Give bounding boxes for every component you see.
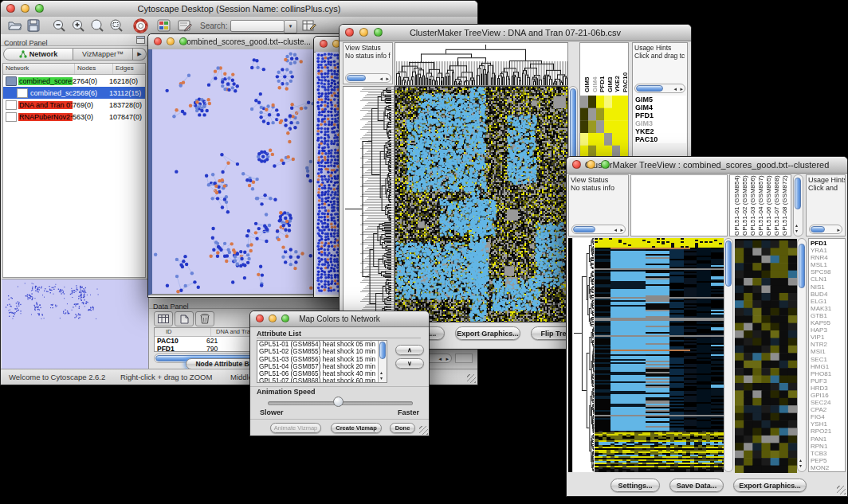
zoom-button[interactable] bbox=[35, 4, 44, 13]
search-dropdown-button[interactable]: ▾ bbox=[284, 20, 297, 33]
attribute-list-vscroll[interactable]: ▴ ▾ bbox=[378, 341, 387, 382]
gene-label[interactable]: VIP1 bbox=[811, 334, 845, 341]
main-resize-grip[interactable] bbox=[467, 374, 476, 383]
scroll-left-arrow[interactable]: ◂ bbox=[438, 355, 442, 363]
gene-label[interactable]: NIS1 bbox=[811, 283, 845, 291]
create-vizmap-button[interactable]: Create Vizmap bbox=[331, 423, 382, 433]
scroll-right-arrow[interactable]: ▸ bbox=[386, 75, 389, 83]
zoom-in-icon[interactable] bbox=[71, 19, 85, 33]
main-titlebar[interactable]: Cytoscape Desktop (Session Name: collins… bbox=[1, 1, 477, 18]
gene-label[interactable]: GPI16 bbox=[811, 392, 845, 399]
labels-vscrollbar[interactable]: ▴ ▾ bbox=[793, 174, 803, 236]
attribute-list-item[interactable]: GPL51-01 (GSM854) heat shock 05 min bbox=[257, 341, 377, 348]
zoom-vscrollbar[interactable]: ▴ ▾ bbox=[797, 238, 807, 472]
usage-hints-hscroll[interactable]: ◂ ▸ bbox=[634, 84, 685, 93]
treeview2-titlebar[interactable]: ClusterMaker TreeView : combined_scores_… bbox=[567, 157, 847, 174]
gene-label[interactable]: PUF3 bbox=[811, 377, 845, 385]
scroll-left-arrow[interactable]: ◂ bbox=[614, 226, 617, 234]
gene-label[interactable]: SEC24 bbox=[811, 399, 845, 406]
vizmapper-icon[interactable] bbox=[157, 19, 171, 32]
heatmap-row-label[interactable]: GIM3 bbox=[635, 119, 686, 127]
minimize-button[interactable] bbox=[269, 315, 277, 322]
scroll-up-arrow[interactable]: ▴ bbox=[799, 458, 802, 463]
zoom-out-icon[interactable] bbox=[52, 19, 66, 33]
heatmap-row-label[interactable]: PFD1 bbox=[635, 111, 686, 119]
tab-overflow-arrow[interactable]: ▶ bbox=[133, 48, 147, 61]
animate-vizmap-button[interactable]: Animate Vizmap bbox=[270, 423, 321, 433]
global-heatmap-canvas[interactable] bbox=[595, 238, 724, 472]
close-button[interactable] bbox=[572, 160, 581, 169]
delete-attribute-icon[interactable] bbox=[195, 311, 214, 326]
minimize-button[interactable] bbox=[21, 4, 29, 13]
heatmap-row-label[interactable]: GIM4 bbox=[635, 104, 686, 111]
gene-label[interactable]: NTR2 bbox=[811, 341, 845, 348]
gene-label[interactable]: ELG1 bbox=[811, 298, 845, 305]
view-status-hscroll[interactable]: ◂ ▸ bbox=[345, 73, 391, 83]
gene-label[interactable]: HAP3 bbox=[811, 326, 845, 334]
search-input[interactable] bbox=[230, 20, 285, 32]
gene-label[interactable]: YSH1 bbox=[811, 420, 845, 428]
annotation-icon[interactable] bbox=[178, 19, 192, 32]
move-up-button[interactable]: ∧ bbox=[395, 345, 424, 355]
gene-label[interactable]: CLN1 bbox=[811, 275, 845, 283]
gene-label[interactable]: CPA2 bbox=[811, 406, 845, 413]
scroll-up-arrow[interactable]: ▴ bbox=[380, 370, 383, 376]
network-overview-canvas[interactable] bbox=[2, 279, 148, 369]
gene-label[interactable]: HRD3 bbox=[811, 385, 845, 392]
scroll-thumb[interactable] bbox=[811, 226, 825, 232]
scroll-down-arrow[interactable]: ▾ bbox=[380, 376, 383, 381]
heatmap-vscrollbar[interactable] bbox=[724, 238, 733, 472]
scroll-thumb[interactable] bbox=[379, 342, 386, 359]
attribute-list-item[interactable]: GPL51-06 (GSM865) heat shock 40 min bbox=[257, 370, 377, 377]
network-row[interactable]: combined_sco2569(6)13112(15) bbox=[3, 87, 145, 99]
scroll-thumb[interactable] bbox=[799, 244, 805, 288]
minimize-button[interactable] bbox=[587, 160, 595, 169]
gene-label[interactable]: YRA1 bbox=[811, 247, 845, 254]
zoom-button[interactable] bbox=[179, 37, 187, 45]
minimize-button[interactable] bbox=[167, 37, 175, 45]
row-dendrogram-canvas[interactable] bbox=[573, 238, 595, 472]
gene-label[interactable]: SEC1 bbox=[811, 356, 845, 363]
gene-label[interactable]: TCB3 bbox=[811, 450, 845, 457]
gene-label[interactable]: PEP5 bbox=[811, 457, 845, 464]
gene-label[interactable]: PHO81 bbox=[811, 370, 845, 377]
zoom-heatmap-canvas[interactable] bbox=[735, 239, 797, 473]
dialog-titlebar[interactable]: Map Colors to Network bbox=[250, 311, 429, 327]
scroll-up-arrow[interactable]: ▴ bbox=[795, 223, 798, 229]
scroll-thumb[interactable] bbox=[573, 226, 595, 232]
scroll-right-arrow[interactable]: ▸ bbox=[620, 226, 623, 234]
zoom-button[interactable] bbox=[601, 160, 610, 169]
treeview2-resize-grip[interactable] bbox=[837, 486, 846, 494]
scroll-thumb[interactable] bbox=[347, 75, 366, 81]
scroll-thumb[interactable] bbox=[795, 178, 801, 209]
tab-vizmapper[interactable]: VizMapper™ bbox=[73, 48, 133, 61]
minimize-button[interactable] bbox=[359, 28, 368, 37]
gene-label[interactable]: PAN1 bbox=[811, 436, 845, 443]
zoom-selected-icon[interactable] bbox=[90, 19, 104, 33]
gene-label[interactable]: RPN1 bbox=[811, 443, 845, 450]
close-button[interactable] bbox=[256, 315, 264, 322]
gene-label[interactable]: KAP95 bbox=[811, 319, 845, 326]
scroll-down-arrow[interactable]: ▾ bbox=[799, 463, 802, 469]
export-graphics-button[interactable]: Export Graphics... bbox=[733, 479, 807, 492]
scroll-down-arrow[interactable]: ▾ bbox=[795, 229, 798, 234]
attribute-browser-icon[interactable] bbox=[302, 19, 316, 32]
attribute-list-item[interactable]: GPL51-04 (GSM857) heat shock 20 min bbox=[257, 363, 377, 370]
gene-label[interactable]: HMG1 bbox=[811, 363, 845, 370]
gene-label[interactable]: MSI1 bbox=[811, 348, 845, 355]
help-ring-icon[interactable] bbox=[133, 18, 148, 33]
gene-label[interactable]: MSL1 bbox=[811, 261, 845, 268]
gene-label[interactable]: FIG4 bbox=[811, 413, 845, 420]
network-row[interactable]: combined_scores2764(0)16218(0) bbox=[3, 75, 145, 87]
gene-label[interactable]: RPO21 bbox=[811, 428, 845, 435]
gene-label[interactable]: RNR4 bbox=[811, 254, 845, 261]
new-attribute-icon[interactable] bbox=[175, 311, 194, 326]
heatmap-row-label[interactable]: YKE2 bbox=[635, 127, 686, 135]
close-button[interactable] bbox=[345, 28, 354, 37]
global-heatmap-canvas[interactable] bbox=[395, 86, 568, 322]
export-graphics-button[interactable]: Export Graphics... bbox=[455, 326, 520, 340]
scroll-right-arrow[interactable]: ▸ bbox=[680, 85, 683, 93]
scroll-left-arrow[interactable]: ◂ bbox=[673, 85, 677, 93]
network-row[interactable]: RNAPuberNov2+563(0)107847(0) bbox=[3, 111, 145, 123]
scroll-thumb[interactable] bbox=[725, 240, 732, 287]
